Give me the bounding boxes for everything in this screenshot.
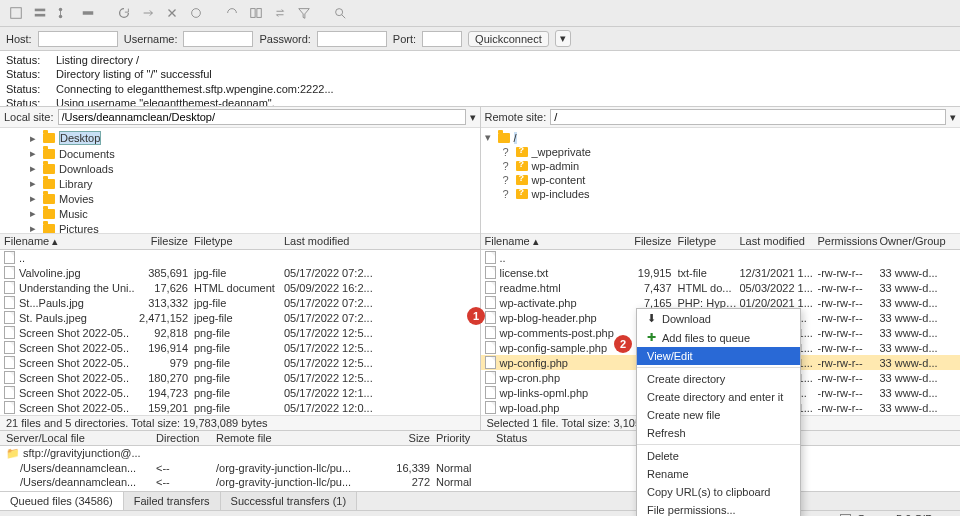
col-size[interactable]: Size [376,432,436,444]
remote-site-input[interactable] [550,109,946,125]
password-input[interactable] [317,31,387,47]
tree-node[interactable]: ▸Desktop [4,130,476,146]
menu-create-file[interactable]: Create new file [637,406,800,424]
file-row[interactable]: Screen Shot 2022-05..979png-file05/17/20… [0,355,480,370]
file-modified: 05/17/2022 12:1... [284,387,476,399]
file-row[interactable]: .. [0,250,480,265]
refresh-icon[interactable] [114,3,134,23]
port-input[interactable] [422,31,462,47]
file-row[interactable]: Screen Shot 2022-05..159,201png-file05/1… [0,400,480,415]
tab-failed[interactable]: Failed transfers [124,492,221,510]
local-list-header[interactable]: Filename ▴ Filesize Filetype Last modifi… [0,233,480,250]
toggle-queue-icon[interactable] [78,3,98,23]
col-filetype[interactable]: Filetype [194,235,284,248]
file-icon [4,266,15,279]
file-name: St. Pauls.jpeg [19,312,87,324]
tree-node[interactable]: ?wp-admin [485,159,957,173]
menu-delete[interactable]: Delete [637,447,800,465]
local-site-input[interactable] [58,109,466,125]
tree-node[interactable]: ▸Movies [4,191,476,206]
tree-node[interactable]: ▸Downloads [4,161,476,176]
quickconnect-dropdown[interactable]: ▾ [555,30,571,47]
compare-icon[interactable] [246,3,266,23]
tree-node[interactable]: ?wp-includes [485,187,957,201]
local-tree[interactable]: ▸Desktop▸Documents▸Downloads▸Library▸Mov… [0,128,480,233]
menu-view-edit[interactable]: View/Edit [637,347,800,365]
toggle-tree-icon[interactable] [54,3,74,23]
queue-row[interactable]: /Users/deannamclean...<--/org-gravity-ju… [0,475,960,489]
search-icon[interactable] [330,3,350,23]
col-filesize[interactable]: Filesize [134,235,194,248]
chevron-down-icon[interactable]: ▾ [470,111,476,124]
menu-download[interactable]: ⬇Download [637,309,800,328]
tree-node[interactable]: ▾/ [485,130,957,145]
file-row[interactable]: Understanding the Uni..17,626HTML docume… [0,280,480,295]
menu-create-dir[interactable]: Create directory [637,370,800,388]
file-row[interactable]: Screen Shot 2022-05..92,818png-file05/17… [0,325,480,340]
sitemanager-icon[interactable] [6,3,26,23]
tab-queued[interactable]: Queued files (34586) [0,492,124,510]
file-row[interactable]: Screen Shot 2022-05..194,723png-file05/1… [0,385,480,400]
menu-add-to-queue[interactable]: ✚Add files to queue [637,328,800,347]
sync-browse-icon[interactable] [270,3,290,23]
col-server-local[interactable]: Server/Local file [6,432,156,444]
col-direction[interactable]: Direction [156,432,216,444]
cancel-icon[interactable] [162,3,182,23]
queue-row[interactable]: /Users/deannamclean...<--/org-gravity-ju… [0,461,960,475]
tree-node[interactable]: ▸Music [4,206,476,221]
file-size: 194,723 [134,387,194,399]
menu-create-dir-enter[interactable]: Create directory and enter it [637,388,800,406]
file-owner: 33 www-d... [880,372,957,384]
tab-success[interactable]: Successful transfers (1) [221,492,358,510]
disconnect-icon[interactable] [186,3,206,23]
tree-label: Music [59,208,88,220]
file-row[interactable]: St. Pauls.jpeg2,471,152jpeg-file05/17/20… [0,310,480,325]
col-priority[interactable]: Priority [436,432,496,444]
col-remote-file[interactable]: Remote file [216,432,376,444]
menu-file-permissions[interactable]: File permissions... [637,501,800,516]
col-filename[interactable]: Filename ▴ [485,235,630,248]
col-lastmodified[interactable]: Last modified [284,235,476,248]
file-row[interactable]: Screen Shot 2022-05..196,914png-file05/1… [0,340,480,355]
queue-row[interactable]: /Users/deannamclean...<--/org-gravity-ju… [0,489,960,491]
host-input[interactable] [38,31,118,47]
chevron-down-icon[interactable]: ▾ [950,111,956,124]
col-permissions[interactable]: Permissions [818,235,880,248]
col-filename[interactable]: Filename ▴ [4,235,134,248]
tree-node[interactable]: ▸Documents [4,146,476,161]
menu-refresh[interactable]: Refresh [637,424,800,442]
local-file-list[interactable]: ..Valvoline.jpg385,691jpg-file05/17/2022… [0,250,480,415]
col-ownergroup[interactable]: Owner/Group [880,235,957,248]
file-row[interactable]: St...Pauls.jpg313,332jpg-file05/17/2022 … [0,295,480,310]
menu-copy-url[interactable]: Copy URL(s) to clipboard [637,483,800,501]
file-row[interactable]: Valvoline.jpg385,691jpg-file05/17/2022 0… [0,265,480,280]
message-log[interactable]: Status:Listing directory /Status:Directo… [0,51,960,107]
file-row[interactable]: license.txt19,915txt-file12/31/2021 1...… [481,265,961,280]
tree-node[interactable]: ?wp-content [485,173,957,187]
tree-node[interactable]: ▸Library [4,176,476,191]
menu-rename[interactable]: Rename [637,465,800,483]
remote-list-header[interactable]: Filename ▴ Filesize Filetype Last modifi… [481,233,961,250]
col-filetype[interactable]: Filetype [678,235,740,248]
queue-header[interactable]: Server/Local file Direction Remote file … [0,431,960,446]
queue-server-row[interactable]: 📁 sftp://gravityjunction@... [0,446,960,461]
tree-node[interactable]: ?_wpeprivate [485,145,957,159]
col-lastmodified[interactable]: Last modified [740,235,818,248]
file-row[interactable]: .. [481,250,961,265]
process-queue-icon[interactable] [138,3,158,23]
quickconnect-button[interactable]: Quickconnect [468,31,549,47]
queue-body[interactable]: 📁 sftp://gravityjunction@.../Users/deann… [0,446,960,491]
toggle-log-icon[interactable] [30,3,50,23]
file-permissions: -rw-rw-r-- [818,357,880,369]
queue-server: 📁 sftp://gravityjunction@... [6,447,156,460]
file-row[interactable]: readme.html7,437HTML do...05/03/2022 1..… [481,280,961,295]
file-row[interactable]: Screen Shot 2022-05..180,270png-file05/1… [0,370,480,385]
username-input[interactable] [183,31,253,47]
file-icon [4,341,15,354]
reconnect-icon[interactable] [222,3,242,23]
filter-icon[interactable] [294,3,314,23]
file-icon [485,401,496,414]
tree-node[interactable]: ▸Pictures [4,221,476,233]
remote-tree[interactable]: ▾/?_wpeprivate?wp-admin?wp-content?wp-in… [481,128,961,233]
col-filesize[interactable]: Filesize [630,235,678,248]
